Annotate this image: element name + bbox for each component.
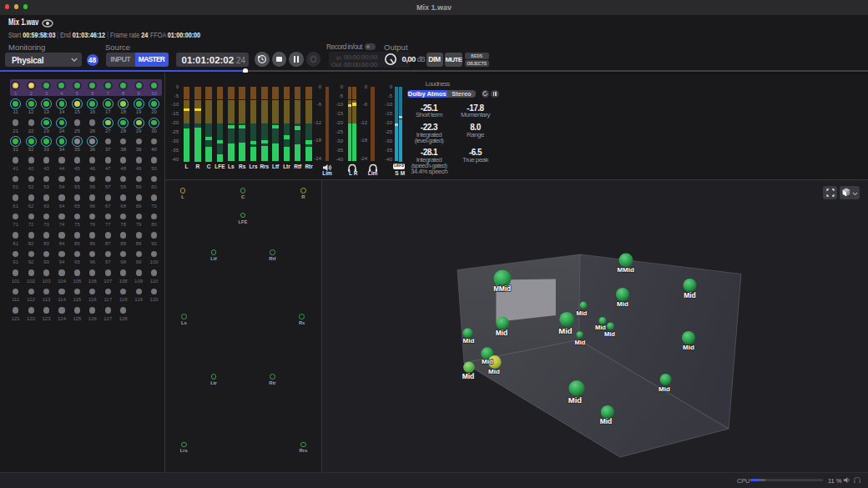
svg-text:Mid: Mid [496,329,508,337]
svg-text:Mid: Mid [623,266,634,274]
svg-text:Mid: Mid [482,358,493,365]
svg-text:Mid: Mid [558,326,573,335]
svg-text:Mid: Mid [604,330,615,338]
svg-text:Mid: Mid [600,417,613,425]
svg-text:Mid: Mid [575,339,586,346]
svg-text:Mid: Mid [499,284,512,293]
svg-text:Mid: Mid [488,368,500,375]
svg-text:Mid: Mid [463,337,475,345]
svg-text:Mid: Mid [659,385,670,393]
svg-text:Mid: Mid [577,309,588,317]
svg-text:Mid: Mid [462,372,475,380]
svg-text:Mid: Mid [617,300,628,308]
svg-text:Mid: Mid [684,291,696,299]
svg-text:Mid: Mid [683,344,694,351]
svg-text:Mid: Mid [568,395,583,405]
